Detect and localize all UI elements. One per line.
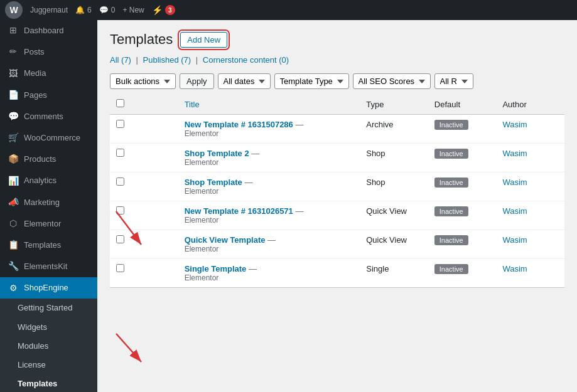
template-subtitle: Elementor bbox=[185, 129, 354, 138]
admin-bar: W Juggernaut 🔔 6 💬 0 + New ⚡ 3 bbox=[0, 0, 577, 20]
table-row: New Template # 1631507286 —ElementorArch… bbox=[110, 115, 564, 144]
template-title-cell: Quick View Template —Elementor bbox=[178, 230, 360, 259]
add-new-button[interactable]: Add New bbox=[180, 32, 227, 48]
template-title-cell: Shop Template —Elementor bbox=[178, 172, 360, 201]
template-author-cell: Wasim bbox=[496, 115, 564, 144]
elementskit-icon: 🔧 bbox=[8, 261, 19, 272]
sidebar-item-pages[interactable]: 📄 Pages bbox=[0, 85, 97, 106]
template-title-link[interactable]: Shop Template bbox=[185, 177, 242, 187]
template-title-link[interactable]: Single Template bbox=[185, 264, 247, 273]
table-row: Single Template —ElementorSingleInactive… bbox=[110, 259, 564, 288]
notification-badge: 3 bbox=[165, 5, 175, 15]
sidebar-item-media[interactable]: 🖼 Media bbox=[0, 63, 97, 84]
plugin-icon-link[interactable]: ⚡ 3 bbox=[152, 5, 175, 15]
templates-icon: 📋 bbox=[8, 240, 19, 251]
template-subtitle: Elementor bbox=[185, 158, 354, 167]
sidebar-item-widgets[interactable]: Widgets bbox=[0, 318, 97, 337]
sub-nav-sep2: | bbox=[196, 55, 200, 65]
bulk-actions-select[interactable]: Bulk actions bbox=[110, 73, 176, 89]
row-checkbox[interactable] bbox=[116, 120, 124, 128]
messages-count: 0 bbox=[111, 6, 116, 14]
sidebar-item-se-templates[interactable]: Templates bbox=[0, 374, 97, 392]
template-title-cell: New Template # 1631026571 —Elementor bbox=[178, 201, 360, 230]
messages-link[interactable]: 💬 0 bbox=[99, 6, 116, 14]
sidebar-label-woocommerce: WooCommerce bbox=[24, 132, 80, 144]
row-checkbox[interactable] bbox=[116, 235, 124, 243]
template-type-select[interactable]: Template Type bbox=[274, 73, 349, 89]
select-all-checkbox[interactable] bbox=[116, 99, 124, 107]
sidebar-item-analytics[interactable]: 📊 Analytics bbox=[0, 170, 97, 191]
sidebar-item-comments[interactable]: 💬 Comments bbox=[0, 106, 97, 127]
sidebar-label-templates: Templates bbox=[24, 240, 61, 251]
sub-nav-all[interactable]: All (7) bbox=[110, 55, 131, 65]
row-checkbox[interactable] bbox=[116, 264, 124, 272]
sidebar-item-modules[interactable]: Modules bbox=[0, 337, 97, 356]
author-link[interactable]: Wasim bbox=[502, 177, 527, 187]
comments-link[interactable]: 🔔 6 bbox=[75, 6, 92, 14]
author-link[interactable]: Wasim bbox=[502, 235, 527, 245]
row-checkbox[interactable] bbox=[116, 177, 124, 186]
inactive-badge: Inactive bbox=[434, 206, 468, 216]
template-type-cell: Quick View bbox=[360, 230, 428, 259]
sidebar-label-dashboard: Dashboard bbox=[24, 25, 64, 36]
sidebar-label-se-templates: Templates bbox=[18, 378, 57, 389]
template-default-cell: Inactive bbox=[428, 144, 497, 172]
title-sort-link[interactable]: Title bbox=[185, 100, 200, 109]
content-wrapper: Title Type Default Author New Template #… bbox=[97, 94, 577, 288]
template-title-cell: New Template # 1631507286 —Elementor bbox=[178, 115, 360, 144]
site-name: Juggernaut bbox=[30, 6, 68, 14]
shopengine-submenu: Getting Started Widgets Modules License … bbox=[0, 299, 97, 392]
apply-button[interactable]: Apply bbox=[180, 73, 214, 89]
sidebar-label-pages: Pages bbox=[24, 90, 47, 101]
svg-line-2 bbox=[116, 334, 141, 362]
page-title: Templates bbox=[110, 31, 173, 48]
sidebar-item-woocommerce[interactable]: 🛒 WooCommerce bbox=[0, 127, 97, 149]
row-checkbox[interactable] bbox=[116, 206, 124, 215]
sidebar-item-products[interactable]: 📦 Products bbox=[0, 149, 97, 170]
sidebar-label-marketing: Marketing bbox=[24, 197, 60, 208]
sidebar: ⊞ Dashboard ✏ Posts 🖼 Media 📄 Pages 💬 Co… bbox=[0, 20, 97, 392]
sidebar-label-media: Media bbox=[24, 68, 46, 79]
template-default-cell: Inactive bbox=[428, 115, 497, 144]
template-title-link[interactable]: Quick View Template bbox=[185, 235, 266, 245]
sidebar-item-shopengine[interactable]: ⚙ ShopEngine bbox=[0, 277, 97, 299]
default-header: Default bbox=[428, 94, 497, 115]
row-checkbox[interactable] bbox=[116, 149, 124, 157]
inactive-badge: Inactive bbox=[434, 149, 468, 159]
plugin-icon: ⚡ bbox=[152, 5, 163, 15]
new-content-link[interactable]: + New bbox=[122, 6, 144, 14]
author-link[interactable]: Wasim bbox=[502, 149, 527, 158]
all-r-select[interactable]: All R bbox=[434, 73, 473, 89]
all-dates-select[interactable]: All dates bbox=[218, 73, 271, 89]
templates-table: Title Type Default Author New Template #… bbox=[110, 94, 564, 288]
seo-scores-select[interactable]: All SEO Scores bbox=[353, 73, 431, 89]
sub-nav-published[interactable]: Published (7) bbox=[143, 55, 191, 65]
sidebar-item-license[interactable]: License bbox=[0, 356, 97, 374]
template-default-cell: Inactive bbox=[428, 172, 497, 201]
sidebar-label-analytics: Analytics bbox=[24, 175, 57, 186]
analytics-icon: 📊 bbox=[8, 175, 19, 186]
sidebar-item-elementskit[interactable]: 🔧 ElementsKit bbox=[0, 256, 97, 277]
sub-nav-cornerstone[interactable]: Cornerstone content (0) bbox=[203, 55, 289, 65]
site-name-link[interactable]: Juggernaut bbox=[30, 6, 68, 14]
inactive-badge: Inactive bbox=[434, 177, 468, 188]
sidebar-item-elementor[interactable]: ⬡ Elementor bbox=[0, 213, 97, 235]
template-title-link[interactable]: New Template # 1631026571 bbox=[185, 206, 293, 216]
title-header: Title bbox=[178, 94, 360, 115]
comments-icon: 💬 bbox=[8, 111, 19, 122]
sidebar-item-getting-started[interactable]: Getting Started bbox=[0, 299, 97, 317]
template-title-link[interactable]: Shop Template 2 bbox=[185, 149, 249, 158]
sidebar-item-templates[interactable]: 📋 Templates bbox=[0, 235, 97, 256]
template-default-cell: Inactive bbox=[428, 230, 497, 259]
sidebar-item-posts[interactable]: ✏ Posts bbox=[0, 41, 97, 63]
author-link[interactable]: Wasim bbox=[502, 120, 527, 129]
wp-logo-icon[interactable]: W bbox=[5, 1, 23, 19]
sidebar-label-modules: Modules bbox=[18, 341, 48, 352]
author-link[interactable]: Wasim bbox=[502, 264, 527, 273]
sidebar-item-marketing[interactable]: 📣 Marketing bbox=[0, 192, 97, 213]
template-title-link[interactable]: New Template # 1631507286 bbox=[185, 120, 293, 129]
sidebar-label-comments: Comments bbox=[24, 111, 63, 122]
sidebar-item-dashboard[interactable]: ⊞ Dashboard bbox=[0, 20, 97, 41]
author-link[interactable]: Wasim bbox=[502, 206, 527, 216]
author-header: Author bbox=[496, 94, 564, 115]
